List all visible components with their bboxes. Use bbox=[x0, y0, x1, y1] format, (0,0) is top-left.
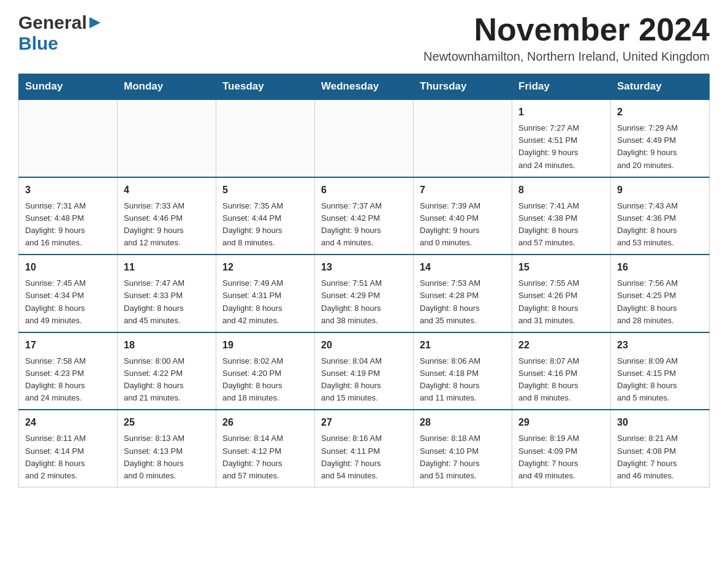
day-number: 4 bbox=[124, 183, 210, 197]
day-info: Sunrise: 7:43 AM Sunset: 4:36 PM Dayligh… bbox=[617, 200, 703, 250]
calendar-cell: 28Sunrise: 8:18 AM Sunset: 4:10 PM Dayli… bbox=[414, 410, 512, 487]
calendar-cell: 13Sunrise: 7:51 AM Sunset: 4:29 PM Dayli… bbox=[315, 255, 414, 332]
calendar-cell: 14Sunrise: 7:53 AM Sunset: 4:28 PM Dayli… bbox=[414, 255, 512, 332]
day-number: 14 bbox=[420, 260, 506, 275]
day-number: 20 bbox=[321, 338, 407, 353]
calendar-cell: 26Sunrise: 8:14 AM Sunset: 4:12 PM Dayli… bbox=[216, 410, 315, 487]
calendar-cell: 3Sunrise: 7:31 AM Sunset: 4:48 PM Daylig… bbox=[19, 177, 118, 255]
day-info: Sunrise: 8:16 AM Sunset: 4:11 PM Dayligh… bbox=[321, 432, 407, 482]
logo-blue-text: Blue bbox=[18, 33, 58, 53]
day-info: Sunrise: 8:06 AM Sunset: 4:18 PM Dayligh… bbox=[420, 355, 506, 405]
day-info: Sunrise: 8:14 AM Sunset: 4:12 PM Dayligh… bbox=[222, 432, 308, 482]
calendar-header-row: SundayMondayTuesdayWednesdayThursdayFrid… bbox=[19, 74, 710, 100]
calendar-cell: 11Sunrise: 7:47 AM Sunset: 4:33 PM Dayli… bbox=[118, 255, 216, 332]
day-info: Sunrise: 8:13 AM Sunset: 4:13 PM Dayligh… bbox=[124, 432, 210, 482]
day-number: 27 bbox=[321, 415, 407, 430]
day-number: 16 bbox=[617, 260, 703, 275]
calendar-cell: 25Sunrise: 8:13 AM Sunset: 4:13 PM Dayli… bbox=[118, 410, 216, 487]
day-info: Sunrise: 7:51 AM Sunset: 4:29 PM Dayligh… bbox=[321, 277, 407, 327]
day-info: Sunrise: 7:55 AM Sunset: 4:26 PM Dayligh… bbox=[518, 277, 604, 327]
calendar-week-row: 10Sunrise: 7:45 AM Sunset: 4:34 PM Dayli… bbox=[19, 255, 710, 332]
day-info: Sunrise: 7:35 AM Sunset: 4:44 PM Dayligh… bbox=[222, 200, 308, 250]
calendar-week-row: 17Sunrise: 7:58 AM Sunset: 4:23 PM Dayli… bbox=[19, 332, 710, 410]
day-info: Sunrise: 7:49 AM Sunset: 4:31 PM Dayligh… bbox=[222, 277, 308, 327]
day-info: Sunrise: 8:21 AM Sunset: 4:08 PM Dayligh… bbox=[617, 432, 703, 482]
calendar-week-row: 3Sunrise: 7:31 AM Sunset: 4:48 PM Daylig… bbox=[19, 177, 710, 255]
day-info: Sunrise: 7:47 AM Sunset: 4:33 PM Dayligh… bbox=[124, 277, 210, 327]
month-title: November 2024 bbox=[423, 12, 710, 47]
calendar-header-tuesday: Tuesday bbox=[216, 74, 315, 100]
day-info: Sunrise: 7:39 AM Sunset: 4:40 PM Dayligh… bbox=[420, 200, 506, 250]
calendar-cell bbox=[118, 99, 216, 177]
day-number: 18 bbox=[124, 338, 210, 353]
day-number: 19 bbox=[222, 338, 308, 353]
calendar-cell: 8Sunrise: 7:41 AM Sunset: 4:38 PM Daylig… bbox=[512, 177, 611, 255]
calendar-header-wednesday: Wednesday bbox=[315, 74, 414, 100]
day-info: Sunrise: 8:00 AM Sunset: 4:22 PM Dayligh… bbox=[124, 355, 210, 405]
day-number: 1 bbox=[518, 105, 604, 120]
location: Newtownhamilton, Northern Ireland, Unite… bbox=[423, 50, 710, 64]
day-info: Sunrise: 7:27 AM Sunset: 4:51 PM Dayligh… bbox=[518, 122, 604, 172]
calendar-week-row: 24Sunrise: 8:11 AM Sunset: 4:14 PM Dayli… bbox=[19, 410, 710, 487]
day-info: Sunrise: 8:19 AM Sunset: 4:09 PM Dayligh… bbox=[518, 432, 604, 482]
day-number: 30 bbox=[617, 415, 703, 430]
calendar-cell: 16Sunrise: 7:56 AM Sunset: 4:25 PM Dayli… bbox=[611, 255, 710, 332]
calendar-cell: 6Sunrise: 7:37 AM Sunset: 4:42 PM Daylig… bbox=[315, 177, 414, 255]
day-info: Sunrise: 7:31 AM Sunset: 4:48 PM Dayligh… bbox=[25, 200, 111, 250]
day-number: 22 bbox=[518, 338, 604, 353]
day-info: Sunrise: 7:53 AM Sunset: 4:28 PM Dayligh… bbox=[420, 277, 506, 327]
day-number: 11 bbox=[124, 260, 210, 275]
calendar-cell bbox=[315, 99, 414, 177]
calendar-cell: 20Sunrise: 8:04 AM Sunset: 4:19 PM Dayli… bbox=[315, 332, 414, 410]
page-header: General Blue November 2024 Newtownhamilt… bbox=[18, 12, 710, 64]
calendar-cell: 10Sunrise: 7:45 AM Sunset: 4:34 PM Dayli… bbox=[19, 255, 118, 332]
day-number: 2 bbox=[617, 105, 703, 120]
day-info: Sunrise: 8:04 AM Sunset: 4:19 PM Dayligh… bbox=[321, 355, 407, 405]
day-number: 17 bbox=[25, 338, 111, 353]
day-number: 15 bbox=[518, 260, 604, 275]
day-number: 12 bbox=[222, 260, 308, 275]
day-info: Sunrise: 8:09 AM Sunset: 4:15 PM Dayligh… bbox=[617, 355, 703, 405]
calendar-cell: 9Sunrise: 7:43 AM Sunset: 4:36 PM Daylig… bbox=[611, 177, 710, 255]
day-number: 21 bbox=[420, 338, 506, 353]
calendar-header-thursday: Thursday bbox=[414, 74, 512, 100]
calendar-cell: 27Sunrise: 8:16 AM Sunset: 4:11 PM Dayli… bbox=[315, 410, 414, 487]
calendar-cell: 1Sunrise: 7:27 AM Sunset: 4:51 PM Daylig… bbox=[512, 99, 611, 177]
day-number: 23 bbox=[617, 338, 703, 353]
calendar-week-row: 1Sunrise: 7:27 AM Sunset: 4:51 PM Daylig… bbox=[19, 99, 710, 177]
day-info: Sunrise: 7:29 AM Sunset: 4:49 PM Dayligh… bbox=[617, 122, 703, 172]
calendar-cell: 29Sunrise: 8:19 AM Sunset: 4:09 PM Dayli… bbox=[512, 410, 611, 487]
calendar-header-sunday: Sunday bbox=[19, 74, 118, 100]
calendar-cell: 21Sunrise: 8:06 AM Sunset: 4:18 PM Dayli… bbox=[414, 332, 512, 410]
day-number: 8 bbox=[518, 183, 604, 197]
day-number: 28 bbox=[420, 415, 506, 430]
day-number: 7 bbox=[420, 183, 506, 197]
day-number: 9 bbox=[617, 183, 703, 197]
calendar-cell: 7Sunrise: 7:39 AM Sunset: 4:40 PM Daylig… bbox=[414, 177, 512, 255]
day-info: Sunrise: 8:07 AM Sunset: 4:16 PM Dayligh… bbox=[518, 355, 604, 405]
day-number: 10 bbox=[25, 260, 111, 275]
day-info: Sunrise: 7:33 AM Sunset: 4:46 PM Dayligh… bbox=[124, 200, 210, 250]
day-info: Sunrise: 7:56 AM Sunset: 4:25 PM Dayligh… bbox=[617, 277, 703, 327]
day-number: 13 bbox=[321, 260, 407, 275]
logo-triangle-icon bbox=[89, 17, 100, 28]
day-number: 29 bbox=[518, 415, 604, 430]
calendar-cell bbox=[19, 99, 118, 177]
calendar-cell bbox=[216, 99, 315, 177]
day-info: Sunrise: 7:45 AM Sunset: 4:34 PM Dayligh… bbox=[25, 277, 111, 327]
day-number: 26 bbox=[222, 415, 308, 430]
calendar-cell: 2Sunrise: 7:29 AM Sunset: 4:49 PM Daylig… bbox=[611, 99, 710, 177]
calendar-cell: 23Sunrise: 8:09 AM Sunset: 4:15 PM Dayli… bbox=[611, 332, 710, 410]
logo-general-text: General bbox=[18, 12, 87, 33]
day-number: 3 bbox=[25, 183, 111, 197]
day-number: 24 bbox=[25, 415, 111, 430]
day-info: Sunrise: 8:18 AM Sunset: 4:10 PM Dayligh… bbox=[420, 432, 506, 482]
calendar-cell: 22Sunrise: 8:07 AM Sunset: 4:16 PM Dayli… bbox=[512, 332, 611, 410]
day-info: Sunrise: 8:02 AM Sunset: 4:20 PM Dayligh… bbox=[222, 355, 308, 405]
calendar-cell bbox=[414, 99, 512, 177]
day-info: Sunrise: 8:11 AM Sunset: 4:14 PM Dayligh… bbox=[25, 432, 111, 482]
day-info: Sunrise: 7:37 AM Sunset: 4:42 PM Dayligh… bbox=[321, 200, 407, 250]
calendar-cell: 24Sunrise: 8:11 AM Sunset: 4:14 PM Dayli… bbox=[19, 410, 118, 487]
calendar-cell: 15Sunrise: 7:55 AM Sunset: 4:26 PM Dayli… bbox=[512, 255, 611, 332]
calendar-header-monday: Monday bbox=[118, 74, 216, 100]
